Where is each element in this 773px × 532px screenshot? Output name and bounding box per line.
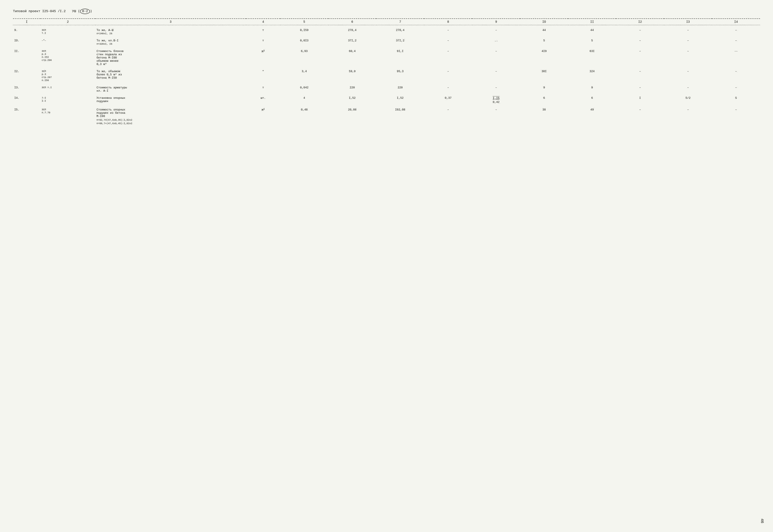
row-c6: 220 xyxy=(328,83,376,93)
row-desc: То же, объемомболее 0,5 м³ избетона М-I5… xyxy=(95,67,246,83)
row-c6: 20,08 xyxy=(328,105,376,126)
table-row: I4. 7-II-I Установка опорныхподушек шт. … xyxy=(13,93,760,105)
col-header-9: 9 xyxy=(472,19,520,25)
row-ref: ЗСПр.3стр.297п.I56 xyxy=(41,67,95,83)
row-ref: –"– xyxy=(41,36,95,46)
row-c5: 6,93 xyxy=(280,47,328,67)
row-desc: То же, А-Шп=240хI, I6 xyxy=(95,25,246,36)
row-ref: ЗСПр.3п.I5Iстр.296 xyxy=(41,47,95,67)
row-desc: То же, кл.В-Iп=320хI, I6 xyxy=(95,36,246,46)
row-c13: – xyxy=(664,47,712,67)
stacked-top: I,I5 xyxy=(493,96,499,100)
row-unit: М3 xyxy=(246,47,280,67)
row-c5: 4 xyxy=(280,93,328,105)
row-c6: 278,4 xyxy=(328,25,376,36)
table-row: II. ЗСПр.3п.I5Iстр.296 Стоимость блоковс… xyxy=(13,47,760,67)
row-unit: т xyxy=(246,25,280,36)
row-c8: – xyxy=(424,47,472,67)
row-c14: – xyxy=(712,83,760,93)
row-c10: 30I xyxy=(520,67,568,83)
row-c7: 278,4 xyxy=(376,25,424,36)
row-c10: 44 xyxy=(520,25,568,36)
row-ref: ЗСП т.I xyxy=(41,83,95,93)
col-header-14: I4 xyxy=(712,19,760,25)
row-c8: – xyxy=(424,105,472,126)
row-ref: 7-II-I xyxy=(41,93,95,105)
row-c6: 59,0 xyxy=(328,67,376,83)
row-desc: Установка опорныхподушек xyxy=(95,93,246,105)
row-c10: 6 xyxy=(520,93,568,105)
row-c12: – xyxy=(616,105,664,126)
col-header-13: I3 xyxy=(664,19,712,25)
row-c6: 60,4 xyxy=(328,47,376,67)
row-c5: 0,042 xyxy=(280,83,328,93)
row-c9: I,I5 0,42 xyxy=(472,93,520,105)
table-row: 9. ЗСПт.I То же, А-Шп=240хI, I6 т 0,I59 … xyxy=(13,25,760,36)
row-num: I2. xyxy=(13,67,41,83)
formula-2: п=60,7+(47,6х0,45)-I,02х2 xyxy=(97,122,245,125)
row-ref: ЗСПп.7.79 xyxy=(41,105,95,126)
row-c14: -- xyxy=(712,47,760,67)
row-c11: 63I xyxy=(568,47,616,67)
row-c9: – xyxy=(472,67,520,83)
row-c6: I,52 xyxy=(328,93,376,105)
table-row: I2. ЗСПр.3стр.297п.I56 То же, объемомбол… xyxy=(13,67,760,83)
row-c9: – xyxy=(472,47,520,67)
row-c7: I02,08 xyxy=(376,105,424,126)
row-c8: – xyxy=(424,36,472,46)
row-c13: – xyxy=(664,36,712,46)
row-c7: 95,3 xyxy=(376,67,424,83)
row-c9: – xyxy=(472,105,520,126)
section-badge: 8-2 xyxy=(80,9,90,14)
row-c11: 44 xyxy=(568,25,616,36)
row-num: 9. xyxy=(13,25,41,36)
row-ref: ЗСПт.I xyxy=(41,25,95,36)
col-header-4: 4 xyxy=(246,19,280,25)
row-num: I5. xyxy=(13,105,41,126)
row-c7: 9I,I xyxy=(376,47,424,67)
row-c11: 49 xyxy=(568,105,616,126)
row-c10: 38 xyxy=(520,105,568,126)
row-c9: .. xyxy=(472,36,520,46)
row-unit: т xyxy=(246,83,280,93)
row-c8: – xyxy=(424,67,472,83)
row-c11: 9 xyxy=(568,83,616,93)
row-c8: 0,37 xyxy=(424,93,472,105)
row-c14: – xyxy=(712,105,760,126)
row-c14: S xyxy=(712,93,760,105)
row-c5: 0,0I3 xyxy=(280,36,328,46)
col-header-7: 7 xyxy=(376,19,424,25)
row-c5: 0,I59 xyxy=(280,25,328,36)
row-c7: 37I,2 xyxy=(376,36,424,46)
page-header: Типовой проект I25-045 /I.2 УШ (8-2) xyxy=(13,9,760,14)
row-num: II. xyxy=(13,47,41,67)
row-c7: 220 xyxy=(376,83,424,93)
row-c7: I,52 xyxy=(376,93,424,105)
row-c11: 6 xyxy=(568,93,616,105)
row-c10: 9 xyxy=(520,83,568,93)
col-header-11: II xyxy=(568,19,616,25)
project-title: Типовой проект I25-045 /I.2 xyxy=(13,10,66,13)
section-label: УШ (8-2) xyxy=(72,9,92,14)
col-header-6: 6 xyxy=(328,19,376,25)
row-unit: шт. xyxy=(246,93,280,105)
col-header-3: 3 xyxy=(95,19,246,25)
main-table: I 2 3 4 5 6 7 8 9 IO II I2 I3 I4 9. ЗСПт… xyxy=(13,18,760,126)
row-c12: – xyxy=(616,47,664,67)
col-header-1: I xyxy=(13,19,41,25)
row-c13: – xyxy=(664,25,712,36)
row-unit: М3 xyxy=(246,105,280,126)
stacked-bot: 0,42 xyxy=(493,100,499,104)
row-c11: 5 xyxy=(568,36,616,46)
col-header-8: 8 xyxy=(424,19,472,25)
row-desc: Стоимость арматурыкл. А-I xyxy=(95,83,246,93)
row-c8: – xyxy=(424,83,472,93)
col-header-10: IO xyxy=(520,19,568,25)
table-row: IO. –"– То же, кл.В-Iп=320хI, I6 т 0,0I3… xyxy=(13,36,760,46)
row-desc: Стоимость блоковстен подвала избетона М-… xyxy=(95,47,246,67)
formula-1: п=92,74(47,6х0,45)-I,02х2 xyxy=(97,119,245,121)
row-c12: I xyxy=(616,93,664,105)
row-c13: 5/2 xyxy=(664,93,712,105)
row-num: I4. xyxy=(13,93,41,105)
table-row: I5. ЗСПп.7.79 Стоимость опорныхподушек и… xyxy=(13,105,760,126)
